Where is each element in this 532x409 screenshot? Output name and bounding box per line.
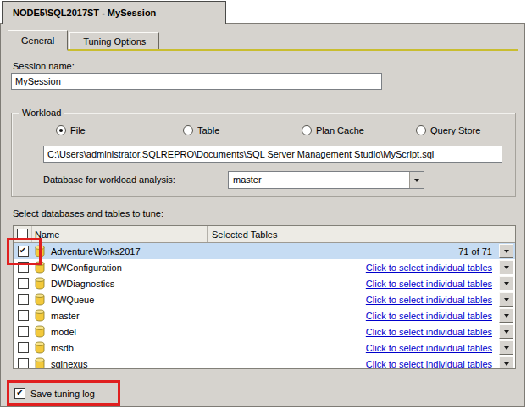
database-table: Name Selected Tables AdventureWorks2017 … bbox=[13, 225, 516, 369]
db-name: DWDiagnostics bbox=[51, 279, 114, 289]
workload-file-input[interactable] bbox=[43, 146, 502, 163]
radio-label: Table bbox=[197, 125, 219, 135]
row-checkbox[interactable] bbox=[18, 326, 29, 337]
row-dropdown-button[interactable] bbox=[499, 308, 513, 323]
database-row[interactable]: DWDiagnostics Click to select individual… bbox=[14, 275, 515, 291]
chevron-down-icon bbox=[504, 250, 509, 253]
database-row[interactable]: DWQueue Click to select individual table… bbox=[14, 291, 515, 307]
tune-section-label: Select databases and tables to tune: bbox=[13, 208, 163, 218]
row-dropdown-button[interactable] bbox=[499, 260, 513, 274]
chevron-down-icon bbox=[504, 362, 509, 366]
row-dropdown-button[interactable] bbox=[499, 340, 513, 355]
column-header-name[interactable]: Name bbox=[32, 226, 208, 242]
annotation-highlight-db-checkbox bbox=[7, 238, 42, 265]
row-check-cell bbox=[14, 278, 32, 289]
database-icon bbox=[34, 325, 46, 338]
database-row[interactable]: sqlnexus Click to select individual tabl… bbox=[14, 356, 515, 369]
row-checkbox[interactable] bbox=[18, 310, 29, 321]
database-row[interactable]: model Click to select individual tables bbox=[14, 323, 515, 340]
session-name-input[interactable] bbox=[11, 73, 382, 90]
tab-tuning-options-label: Tuning Options bbox=[83, 36, 146, 47]
database-analysis-label: Database for workload analysis: bbox=[43, 174, 175, 185]
tab-general[interactable]: General bbox=[8, 30, 68, 51]
chevron-down-icon bbox=[414, 179, 419, 182]
selected-tables-value[interactable]: Click to select individual tables bbox=[366, 263, 492, 273]
radio-label: Plan Cache bbox=[316, 125, 364, 135]
db-name: master bbox=[51, 311, 80, 321]
database-row[interactable]: AdventureWorks2017 71 of 71 bbox=[14, 243, 515, 259]
column-header-selected-tables[interactable]: Selected Tables bbox=[208, 229, 515, 240]
workload-group-label: Workload bbox=[19, 108, 64, 118]
row-name-cell: AdventureWorks2017 bbox=[32, 245, 208, 257]
row-name-cell: model bbox=[32, 325, 208, 338]
database-row[interactable]: DWConfiguration Click to select individu… bbox=[14, 259, 515, 275]
db-name: msdb bbox=[51, 343, 74, 353]
database-row[interactable]: msdb Click to select individual tables bbox=[14, 340, 515, 356]
row-check-cell bbox=[14, 358, 32, 369]
selected-tables-value[interactable]: Click to select individual tables bbox=[366, 343, 492, 353]
radio-table[interactable]: Table bbox=[183, 125, 302, 135]
db-name: DWConfiguration bbox=[51, 263, 122, 273]
chevron-down-icon bbox=[504, 346, 509, 350]
radio-circle[interactable] bbox=[302, 125, 312, 135]
selected-tables-value[interactable]: Click to select individual tables bbox=[366, 279, 492, 289]
row-dropdown-button[interactable] bbox=[499, 276, 513, 290]
row-tables-cell: Click to select individual tables bbox=[208, 308, 515, 323]
row-name-cell: DWConfiguration bbox=[32, 261, 208, 274]
radio-query-store[interactable]: Query Store bbox=[416, 125, 480, 135]
row-check-cell bbox=[14, 294, 32, 305]
document-tab[interactable]: NODE5\SQL2017ST - MySession bbox=[2, 1, 226, 24]
tab-general-label: General bbox=[21, 36, 54, 46]
row-checkbox[interactable] bbox=[18, 358, 29, 369]
database-icon bbox=[34, 357, 46, 369]
db-name: sqlnexus bbox=[51, 359, 87, 369]
database-table-body: AdventureWorks2017 71 of 71 DWConfigurat… bbox=[14, 243, 515, 369]
document-tab-title: NODE5\SQL2017ST - MySession bbox=[13, 8, 156, 18]
radio-file[interactable]: File bbox=[56, 125, 183, 135]
session-panel: General Tuning Options Session name: Wor… bbox=[0, 23, 525, 407]
database-analysis-combobox[interactable]: master bbox=[228, 171, 424, 189]
workload-group: Workload FileTablePlan CacheQuery Store … bbox=[11, 113, 516, 197]
radio-label: File bbox=[70, 125, 86, 135]
workload-radios: FileTablePlan CacheQuery Store bbox=[56, 125, 480, 135]
selected-tables-value[interactable]: Click to select individual tables bbox=[366, 327, 492, 337]
row-dropdown-button[interactable] bbox=[499, 356, 513, 369]
chevron-down-icon bbox=[504, 330, 509, 334]
radio-plan-cache[interactable]: Plan Cache bbox=[302, 125, 416, 135]
chevron-down-icon bbox=[504, 298, 509, 301]
row-checkbox[interactable] bbox=[18, 342, 29, 353]
row-name-cell: master bbox=[32, 309, 208, 322]
row-dropdown-button[interactable] bbox=[499, 324, 513, 339]
combobox-dropdown-button[interactable] bbox=[409, 172, 424, 188]
selected-tables-value[interactable]: Click to select individual tables bbox=[366, 295, 492, 305]
radio-circle[interactable] bbox=[183, 125, 193, 135]
tab-tuning-options[interactable]: Tuning Options bbox=[69, 32, 159, 49]
row-tables-cell: Click to select individual tables bbox=[208, 260, 515, 274]
row-name-cell: DWDiagnostics bbox=[32, 277, 208, 290]
row-name-cell: DWQueue bbox=[32, 293, 208, 306]
row-dropdown-button[interactable] bbox=[499, 292, 513, 307]
database-icon bbox=[34, 277, 46, 290]
database-icon bbox=[34, 309, 46, 322]
selected-tables-value[interactable]: Click to select individual tables bbox=[366, 359, 492, 369]
radio-circle[interactable] bbox=[56, 125, 66, 135]
radio-circle[interactable] bbox=[416, 125, 426, 135]
row-tables-cell: Click to select individual tables bbox=[208, 292, 515, 307]
database-table-header: Name Selected Tables bbox=[14, 226, 515, 243]
database-row[interactable]: master Click to select individual tables bbox=[14, 307, 515, 323]
tab-strip: General Tuning Options bbox=[8, 29, 518, 51]
database-icon bbox=[34, 341, 46, 354]
row-checkbox[interactable] bbox=[18, 294, 29, 305]
selected-tables-value[interactable]: Click to select individual tables bbox=[366, 311, 492, 321]
row-dropdown-button[interactable] bbox=[499, 244, 513, 258]
db-name: DWQueue bbox=[51, 295, 94, 305]
selected-tables-value[interactable]: 71 of 71 bbox=[458, 246, 492, 257]
radio-label: Query Store bbox=[430, 125, 480, 135]
row-check-cell bbox=[14, 326, 32, 337]
database-analysis-value: master bbox=[229, 172, 409, 188]
db-name: model bbox=[51, 327, 76, 337]
row-check-cell bbox=[14, 342, 32, 353]
tuning-advisor-window: NODE5\SQL2017ST - MySession General Tuni… bbox=[0, 0, 532, 409]
row-tables-cell: Click to select individual tables bbox=[208, 276, 515, 290]
row-checkbox[interactable] bbox=[18, 278, 29, 289]
